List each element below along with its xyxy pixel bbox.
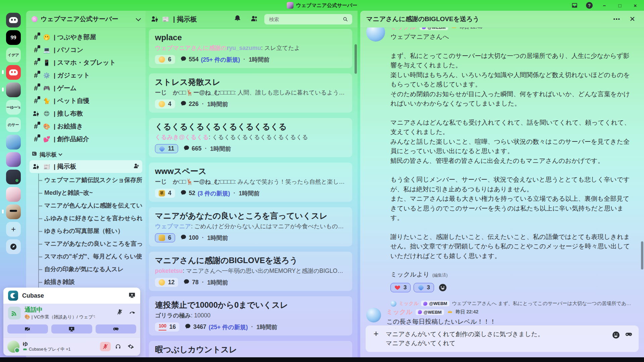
reaction-pill[interactable]: 草4 [155, 189, 175, 198]
mic-mute-button[interactable] [100, 342, 111, 351]
notifications-bell-icon[interactable] [234, 15, 241, 23]
post-message: : ごめんけど分からない人にはマニアが今食べたいものを言います。良いと... [191, 223, 346, 230]
composer-input[interactable]: マニアさんがいてくれて創作の楽しさに気づきました。 マニアさんがいてくれて [386, 329, 607, 348]
reaction-pill[interactable]: 6 [155, 233, 175, 242]
message-username[interactable]: ミックル [390, 27, 417, 32]
maximize-button[interactable]: □ [616, 3, 624, 8]
reaction-count: 11 [168, 145, 174, 152]
forum-post-card[interactable]: wplaceウェブマニアさんに感謝のryu_sazumu: スレ立てたよ6554… [149, 29, 352, 68]
server-icon-blue-avatar[interactable] [6, 135, 21, 149]
reaction-pill[interactable]: 12 [155, 278, 178, 287]
stream-activity-icon[interactable] [128, 292, 136, 300]
sidebar-thread-item[interactable]: 自分の印象が気になる人スレ [39, 263, 142, 276]
reaction-pill[interactable]: 6 [155, 55, 175, 64]
comment-count-value: 52 [189, 190, 195, 197]
reaction-pill[interactable]: 4 [155, 100, 175, 109]
reaction-emoji-cheers [159, 235, 165, 241]
channel-item[interactable]: #🎨| お絵描き [30, 120, 142, 133]
server-icon-99[interactable]: 99 [6, 30, 21, 45]
inbox-icon[interactable] [571, 2, 578, 9]
avatar[interactable] [366, 308, 381, 322]
reaction-pill[interactable]: 3 [414, 283, 434, 292]
sidebar-thread-item[interactable]: マニアが色んな人に感謝を伝えてい... [39, 199, 142, 212]
sidebar-thread-item[interactable]: 絵描き雑談 [39, 276, 142, 288]
camera-off-button[interactable] [7, 324, 48, 334]
forum-scrollbar[interactable] [355, 44, 357, 74]
forum-post-card[interactable]: 暇つぶしカウントスレうけまる: 11816959(25+ 件の新規)·1時間前 [149, 341, 352, 357]
forum-post-card[interactable]: 連投禁止で10000から0までいくスレゴリラの極み: 1000010016346… [149, 296, 352, 336]
thread-scrollbar[interactable] [641, 241, 643, 269]
headphones-button[interactable] [113, 342, 123, 351]
channel-item[interactable]: #💻| パソコン [30, 44, 142, 56]
minimize-button[interactable]: − [600, 3, 608, 8]
server-icon-cat-avatar[interactable] [6, 204, 21, 219]
reaction-pill[interactable]: 10016 [155, 322, 179, 331]
settings-gear-button[interactable] [125, 342, 136, 351]
lock-icon [38, 45, 40, 48]
forum-post-card[interactable]: マニアさんに感謝のBIGLOVEを送ろうpoketetsu: マニアさんへ一年弱… [149, 252, 352, 291]
category-bulletin-board[interactable]: 掲示板 [30, 149, 142, 160]
channel-item[interactable]: #🎮| ゲーム [30, 82, 142, 95]
sidebar-thread-item[interactable]: ウェブマニア鯖伝説スクショ保存所 [39, 174, 142, 186]
invite-icon[interactable] [133, 163, 140, 171]
sidebar-thread-item[interactable]: スマホの"ギガ"、毎月どんくらい使っ... [39, 250, 142, 263]
discover-servers-button[interactable] [6, 239, 21, 254]
emoji-picker-icon[interactable] [612, 331, 620, 339]
server-icon-hood-avatar[interactable] [6, 82, 21, 97]
server-icon-anime-avatar[interactable] [6, 187, 21, 202]
server-icon-navy-avatar[interactable] [6, 170, 21, 184]
forum-emoji: 📰 [162, 16, 170, 23]
channel-emoji: 🫢 [43, 34, 51, 41]
search-input[interactable] [268, 16, 343, 22]
channel-item[interactable]: #⚙️| ガジェット [30, 69, 142, 82]
add-server-button[interactable]: + [6, 222, 21, 237]
user-avatar[interactable] [7, 341, 19, 353]
sidebar-thread-item[interactable]: ゆきらわの写真部屋（軽い） [39, 225, 142, 237]
screen-share-button[interactable] [51, 324, 92, 334]
newspaper-icon [32, 151, 37, 158]
forum-channel-icon [32, 163, 40, 170]
reaction-emoji-thumb [159, 56, 165, 63]
reaction-pill[interactable]: 3 [390, 283, 411, 292]
members-icon[interactable] [251, 15, 258, 23]
close-thread-icon[interactable]: ✕ [629, 15, 635, 23]
forum-post-card[interactable]: wwwスペースーじ゙か□□🦌ー@ね_む□□□□: みんなで笑おう！笑ったら自然と… [149, 163, 352, 202]
server-icon-text[interactable]: のサー [6, 117, 21, 132]
server-header[interactable]: ⌂ ウェブマニア公式サーバー [26, 11, 146, 28]
noise-suppression-icon[interactable] [116, 308, 123, 317]
channel-item[interactable]: 😍| 推し布教 [30, 107, 142, 120]
forum-post-card[interactable]: くるくるくるくるくるくるくるくるくるみき@くるくる: くるくるくるくるくるくるく… [149, 118, 352, 157]
help-icon[interactable]: ? [586, 2, 593, 9]
call-channel[interactable]: 🎨 | VC作業（雑談あり）/ ウェブマニア公式... [24, 314, 95, 320]
hang-up-icon[interactable] [129, 308, 136, 317]
server-icon-text[interactable]: イデア [6, 48, 21, 62]
channel-item[interactable]: #🫢| つぶやき部屋 [30, 31, 142, 44]
more-options-icon[interactable]: ⋯ [613, 15, 620, 23]
avatar[interactable] [366, 27, 385, 42]
message-composer[interactable]: + マニアさんがいてくれて創作の楽しさに気づきました。 マニアさんがいてくれて [366, 325, 639, 352]
sidebar-thread-item[interactable]: Medlyと雑談~改~ [39, 186, 142, 199]
sidebar-thread-item[interactable]: マニアがあなたの良いところを言っ... [39, 237, 142, 250]
server-icon-text[interactable]: ーゆー's [6, 100, 21, 115]
user-bar: ゆ Cubaseをプレイ中 +1 [3, 337, 140, 356]
forum-post-card[interactable]: マニアがあなたの良いところを言っていくスレウェブマニア: ごめんけど分からない人… [149, 207, 352, 246]
sidebar-thread-item[interactable]: ふゆみきに好きなことを言わせられ... [39, 212, 142, 225]
message-username[interactable]: ミックル [386, 308, 413, 316]
reply-context[interactable]: ミックル@WEBMウェブマニアさんへ まず、私にとってこのサーバーは大切な一つの… [390, 300, 635, 307]
channel-item[interactable]: #📱| スマホ・タブレット [30, 56, 142, 69]
post-preview: くるみき@くるくる: くるくるくるくるくるくるくるくる [155, 133, 346, 141]
discord-home-button[interactable] [6, 13, 21, 27]
gif-activity-icon[interactable] [625, 330, 633, 340]
post-message: : 10000 [191, 312, 210, 319]
attach-plus-icon[interactable]: + [372, 329, 380, 338]
channel-item-bulletin-board-active[interactable]: 📰| 掲示板 [30, 160, 142, 173]
forum-post-card[interactable]: ストレス発散スレーじ゙か□□🦌ー@ね_む□□□□: 人間、誰しも悲しみに暮れてい… [149, 73, 352, 113]
server-icon-discord-red[interactable] [6, 65, 21, 80]
server-icon-pixel-avatar[interactable] [6, 152, 21, 167]
close-button[interactable]: × [631, 3, 639, 8]
activities-button[interactable] [96, 324, 136, 334]
reaction-pill[interactable]: 11 [155, 144, 178, 153]
channel-item[interactable]: #💕| 創作品紹介 [30, 133, 142, 145]
add-reaction-button[interactable] [437, 283, 448, 292]
channel-item[interactable]: #🐈| ペット自慢 [30, 95, 142, 107]
